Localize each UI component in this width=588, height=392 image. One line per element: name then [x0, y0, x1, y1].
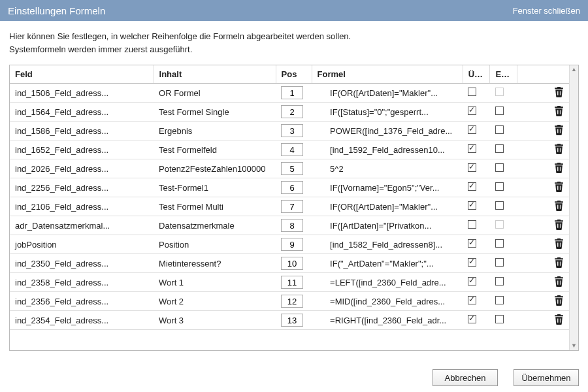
table-row[interactable]: ind_2106_Feld_adress...Test Formel Multi…: [10, 197, 569, 216]
ueber-checkbox[interactable]: [468, 144, 476, 153]
col-header-feld[interactable]: Feld: [10, 65, 154, 84]
table-row[interactable]: ind_2354_Feld_adress...Wort 3=RIGHT([ind…: [10, 311, 569, 330]
cell-ueber: [463, 216, 490, 235]
cell-feld: ind_2350_Feld_adress...: [10, 254, 154, 273]
cell-delete: [517, 235, 569, 254]
ueber-checkbox[interactable]: [468, 201, 476, 210]
cell-ueber: [463, 235, 490, 254]
cell-formel: IF([Vorname]="Egon5";"Ver...: [312, 178, 463, 197]
col-header-edit[interactable]: Edit...: [490, 65, 517, 84]
scroll-down-icon[interactable]: ▼: [571, 343, 577, 349]
pos-input[interactable]: [281, 181, 303, 194]
table-row[interactable]: ind_1564_Feld_adress...Test Formel Singl…: [10, 103, 569, 122]
ueber-checkbox[interactable]: [468, 182, 476, 191]
description-text: Hier können Sie festlegen, in welcher Re…: [9, 30, 579, 56]
ueber-checkbox[interactable]: [468, 125, 476, 134]
edit-checkbox[interactable]: [495, 315, 504, 323]
ueber-checkbox[interactable]: [468, 220, 476, 229]
pos-input[interactable]: [281, 257, 303, 270]
edit-checkbox[interactable]: [495, 163, 504, 172]
ueber-checkbox[interactable]: [468, 277, 476, 286]
edit-checkbox[interactable]: [495, 125, 504, 134]
pos-input[interactable]: [281, 314, 303, 327]
pos-input[interactable]: [281, 238, 303, 251]
table-row[interactable]: ind_2350_Feld_adress...Mietinteressent?I…: [10, 254, 569, 273]
scroll-up-icon[interactable]: ▲: [571, 67, 577, 73]
pos-input[interactable]: [281, 143, 303, 156]
ueber-checkbox[interactable]: [468, 315, 476, 323]
edit-checkbox[interactable]: [495, 258, 504, 267]
trash-icon[interactable]: [554, 314, 564, 325]
cell-pos: [276, 292, 312, 311]
edit-checkbox[interactable]: [495, 201, 504, 210]
cell-delete: [517, 197, 569, 216]
vertical-scrollbar[interactable]: ▲ ▼: [569, 65, 578, 350]
cell-delete: [517, 140, 569, 159]
cell-ueber: [463, 197, 490, 216]
edit-checkbox[interactable]: [495, 144, 504, 153]
pos-input[interactable]: [281, 162, 303, 175]
ueber-checkbox[interactable]: [468, 239, 476, 248]
col-header-ueber[interactable]: Übe...: [463, 65, 490, 84]
trash-icon[interactable]: [554, 105, 564, 116]
ueber-checkbox[interactable]: [468, 163, 476, 172]
pos-input[interactable]: [281, 105, 303, 118]
table-row[interactable]: ind_2026_Feld_adress...Potenz2FesteZahle…: [10, 159, 569, 178]
cell-pos: [276, 235, 312, 254]
pos-input[interactable]: [281, 219, 303, 232]
cell-delete: [517, 273, 569, 292]
ueber-checkbox[interactable]: [468, 88, 476, 96]
cell-ueber: [463, 273, 490, 292]
cell-delete: [517, 216, 569, 235]
col-header-inhalt[interactable]: Inhalt: [154, 65, 276, 84]
ueber-checkbox[interactable]: [468, 296, 476, 304]
cell-pos: [276, 197, 312, 216]
trash-icon[interactable]: [554, 162, 564, 173]
col-header-pos[interactable]: Pos: [276, 65, 312, 84]
table-row[interactable]: jobPositionPosition[ind_1582_Feld_adress…: [10, 235, 569, 254]
table-row[interactable]: ind_2358_Feld_adress...Wort 1=LEFT([ind_…: [10, 273, 569, 292]
pos-input[interactable]: [281, 276, 303, 289]
trash-icon[interactable]: [554, 86, 564, 97]
cell-ueber: [463, 84, 490, 103]
trash-icon[interactable]: [554, 276, 564, 287]
pos-input[interactable]: [281, 124, 303, 137]
table-header-row: Feld Inhalt Pos Formel Übe... Edit...: [10, 65, 569, 84]
cell-ueber: [463, 292, 490, 311]
cancel-button[interactable]: Abbrechen: [433, 369, 498, 386]
table-row[interactable]: ind_1586_Feld_adress...ErgebnisPOWER([in…: [10, 122, 569, 140]
cell-delete: [517, 122, 569, 140]
edit-checkbox[interactable]: [495, 239, 504, 248]
trash-icon[interactable]: [554, 295, 564, 306]
cell-feld: ind_2256_Feld_adress...: [10, 178, 154, 197]
trash-icon[interactable]: [554, 219, 564, 230]
cell-formel: =MID([ind_2360_Feld_adres...: [312, 292, 463, 311]
trash-icon[interactable]: [554, 181, 564, 192]
pos-input[interactable]: [281, 200, 303, 213]
table-row[interactable]: adr_Datensatzmerkmal...Datensatzmerkmale…: [10, 216, 569, 235]
edit-checkbox[interactable]: [495, 182, 504, 191]
cell-edit: [490, 84, 517, 103]
apply-button[interactable]: Übernehmen: [514, 369, 579, 386]
cell-pos: [276, 122, 312, 140]
edit-checkbox[interactable]: [495, 296, 504, 304]
cell-feld: ind_2356_Feld_adress...: [10, 292, 154, 311]
table-row[interactable]: ind_1506_Feld_adress...OR FormelIF(OR([A…: [10, 84, 569, 103]
trash-icon[interactable]: [554, 238, 564, 249]
pos-input[interactable]: [281, 86, 303, 99]
cell-ueber: [463, 103, 490, 122]
col-header-formel[interactable]: Formel: [312, 65, 463, 84]
trash-icon[interactable]: [554, 257, 564, 268]
edit-checkbox[interactable]: [495, 106, 504, 115]
trash-icon[interactable]: [554, 200, 564, 211]
pos-input[interactable]: [281, 295, 303, 308]
table-row[interactable]: ind_1652_Feld_adress...Test Formelfeld[i…: [10, 140, 569, 159]
table-row[interactable]: ind_2356_Feld_adress...Wort 2=MID([ind_2…: [10, 292, 569, 311]
trash-icon[interactable]: [554, 124, 564, 135]
ueber-checkbox[interactable]: [468, 258, 476, 267]
table-row[interactable]: ind_2256_Feld_adress...Test-Formel1IF([V…: [10, 178, 569, 197]
ueber-checkbox[interactable]: [468, 106, 476, 115]
close-window-link[interactable]: Fenster schließen: [513, 6, 580, 16]
edit-checkbox[interactable]: [495, 277, 504, 286]
trash-icon[interactable]: [554, 143, 564, 154]
